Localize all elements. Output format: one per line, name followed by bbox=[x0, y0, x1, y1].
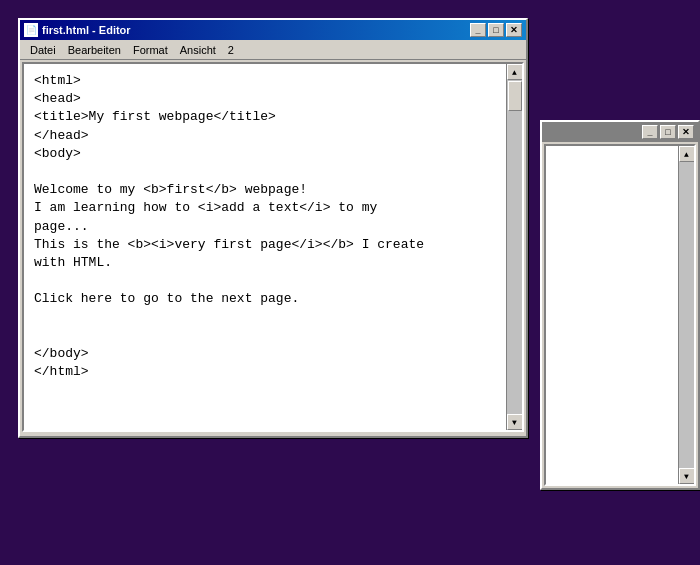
minimize-button[interactable]: _ bbox=[470, 23, 486, 37]
scroll-thumb[interactable] bbox=[508, 81, 522, 111]
secondary-titlebar: _ □ ✕ bbox=[542, 122, 698, 142]
menu-bearbeiten[interactable]: Bearbeiten bbox=[62, 43, 127, 57]
secondary-titlebar-buttons: _ □ ✕ bbox=[642, 125, 694, 139]
titlebar-left: 📄 first.html - Editor bbox=[24, 23, 131, 37]
secondary-window: _ □ ✕ ▲ ▼ bbox=[540, 120, 700, 490]
close-button[interactable]: ✕ bbox=[506, 23, 522, 37]
secondary-minimize-button[interactable]: _ bbox=[642, 125, 658, 139]
secondary-scroll-down[interactable]: ▼ bbox=[679, 468, 695, 484]
menu-format[interactable]: Format bbox=[127, 43, 174, 57]
secondary-scroll-up[interactable]: ▲ bbox=[679, 146, 695, 162]
app-icon: 📄 bbox=[24, 23, 38, 37]
scroll-down-arrow[interactable]: ▼ bbox=[507, 414, 523, 430]
menubar: Datei Bearbeiten Format Ansicht 2 bbox=[20, 40, 526, 60]
secondary-vertical-scrollbar[interactable]: ▲ ▼ bbox=[678, 146, 694, 484]
menu-ansicht[interactable]: Ansicht bbox=[174, 43, 222, 57]
scroll-track[interactable] bbox=[507, 80, 522, 414]
main-editor-window: 📄 first.html - Editor _ □ ✕ Datei Bearbe… bbox=[18, 18, 528, 438]
secondary-maximize-button[interactable]: □ bbox=[660, 125, 676, 139]
main-titlebar: 📄 first.html - Editor _ □ ✕ bbox=[20, 20, 526, 40]
titlebar-buttons: _ □ ✕ bbox=[470, 23, 522, 37]
editor-area[interactable]: <html> <head> <title>My first webpage</t… bbox=[22, 62, 524, 432]
menu-datei[interactable]: Datei bbox=[24, 43, 62, 57]
scroll-up-arrow[interactable]: ▲ bbox=[507, 64, 523, 80]
maximize-button[interactable]: □ bbox=[488, 23, 504, 37]
editor-content[interactable]: <html> <head> <title>My first webpage</t… bbox=[24, 64, 522, 414]
secondary-editor-area: ▲ ▼ bbox=[544, 144, 696, 486]
secondary-scroll-track[interactable] bbox=[679, 162, 694, 468]
vertical-scrollbar[interactable]: ▲ ▼ bbox=[506, 64, 522, 430]
secondary-close-button[interactable]: ✕ bbox=[678, 125, 694, 139]
menu-2[interactable]: 2 bbox=[222, 43, 240, 57]
window-title: first.html - Editor bbox=[42, 24, 131, 36]
